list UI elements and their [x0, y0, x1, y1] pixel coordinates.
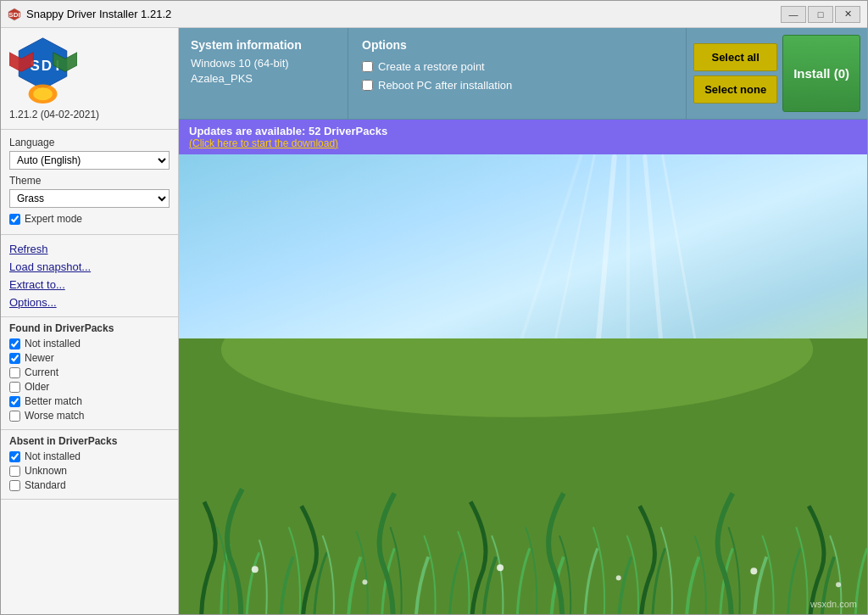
- filter-current-checkbox[interactable]: [9, 367, 20, 378]
- svg-point-12: [252, 566, 259, 573]
- update-banner-title: Updates are available: 52 DriverPacks: [189, 125, 857, 137]
- create-restore-label[interactable]: Create a restore point: [378, 60, 485, 73]
- options-label: Options: [362, 38, 672, 52]
- absent-standard-row: Standard: [9, 479, 170, 491]
- filter-older-label[interactable]: Older: [25, 381, 49, 393]
- filter-not-installed-row: Not installed: [9, 338, 170, 349]
- absent-in-driverpacks-section: Absent in DriverPacks Not installed Unkn…: [1, 430, 178, 500]
- svg-point-14: [497, 564, 504, 571]
- expert-mode-row: Expert mode: [9, 213, 170, 225]
- svg-point-15: [616, 575, 621, 580]
- filter-better-match-checkbox[interactable]: [9, 396, 20, 407]
- filter-not-installed-label[interactable]: Not installed: [25, 338, 81, 349]
- sidebar: S D I 1.21.2 (04-02-2021): [1, 28, 179, 614]
- close-button[interactable]: ✕: [835, 6, 860, 23]
- update-banner-link[interactable]: (Click here to start the download): [189, 137, 857, 149]
- filter-newer-label[interactable]: Newer: [25, 352, 54, 364]
- version-text: 1.21.2 (04-02-2021): [9, 109, 99, 120]
- options-panel: Options Create a restore point Reboot PC…: [348, 28, 687, 119]
- main-window: SDI Snappy Driver Installer 1.21.2 — □ ✕…: [0, 0, 868, 615]
- filter-better-match-label[interactable]: Better match: [25, 395, 82, 407]
- absent-not-installed-row: Not installed: [9, 450, 170, 462]
- absent-unknown-checkbox[interactable]: [9, 466, 20, 477]
- filter-worse-match-checkbox[interactable]: [9, 411, 20, 422]
- menu-section: Refresh Load snapshot... Extract to... O…: [1, 235, 178, 317]
- filter-worse-match-row: Worse match: [9, 410, 170, 422]
- svg-text:D: D: [42, 58, 52, 74]
- filter-not-installed-checkbox[interactable]: [9, 338, 20, 349]
- svg-point-17: [836, 582, 841, 587]
- expert-mode-checkbox[interactable]: [9, 214, 20, 225]
- absent-standard-label[interactable]: Standard: [25, 479, 66, 491]
- absent-unknown-label[interactable]: Unknown: [25, 465, 67, 477]
- create-restore-row: Create a restore point: [362, 60, 672, 73]
- language-label: Language: [9, 137, 170, 148]
- language-select[interactable]: Auto (English) English Russian German: [9, 151, 170, 170]
- system-info-label: System information: [191, 38, 336, 52]
- absent-in-driverpacks-title: Absent in DriverPacks: [9, 435, 170, 447]
- menu-item-load-snapshot[interactable]: Load snapshot...: [9, 258, 170, 276]
- system-info-panel: System information Windows 10 (64-bit) A…: [179, 28, 348, 119]
- theme-label: Theme: [9, 175, 170, 187]
- filter-older-checkbox[interactable]: [9, 382, 20, 393]
- filter-current-row: Current: [9, 366, 170, 378]
- svg-point-13: [362, 579, 367, 584]
- svg-point-16: [750, 567, 757, 574]
- reboot-row: Reboot PC after installation: [362, 79, 672, 92]
- menu-item-refresh[interactable]: Refresh: [9, 240, 170, 258]
- filter-current-label[interactable]: Current: [25, 366, 58, 378]
- action-buttons-panel: Select all Select none Install (0): [687, 28, 867, 119]
- filter-better-match-row: Better match: [9, 395, 170, 407]
- title-bar-title: Snappy Driver Installer 1.21.2: [26, 8, 171, 20]
- reboot-checkbox[interactable]: [362, 80, 373, 91]
- filter-older-row: Older: [9, 381, 170, 393]
- grass-background: [179, 338, 867, 614]
- toolbar: System information Windows 10 (64-bit) A…: [179, 28, 867, 120]
- title-bar-left: SDI Snappy Driver Installer 1.21.2: [8, 8, 171, 21]
- update-banner: Updates are available: 52 DriverPacks (C…: [179, 120, 867, 154]
- install-button[interactable]: Install (0): [782, 35, 860, 112]
- computer-name: Azalea_PKS: [191, 72, 336, 85]
- expert-mode-label[interactable]: Expert mode: [25, 213, 82, 225]
- svg-point-9: [33, 87, 53, 100]
- filter-newer-checkbox[interactable]: [9, 353, 20, 364]
- minimize-button[interactable]: —: [781, 6, 806, 23]
- create-restore-checkbox[interactable]: [362, 61, 373, 72]
- absent-not-installed-label[interactable]: Not installed: [25, 450, 81, 462]
- menu-item-options[interactable]: Options...: [9, 294, 170, 311]
- background-area: wsxdn.com: [179, 154, 867, 614]
- language-section: Language Auto (English) English Russian …: [1, 130, 178, 235]
- title-bar-controls: — □ ✕: [781, 6, 860, 23]
- reboot-label[interactable]: Reboot PC after installation: [378, 79, 512, 92]
- sdi-logo: S D I: [9, 36, 77, 107]
- watermark: wsxdn.com: [810, 599, 857, 609]
- select-none-button[interactable]: Select none: [693, 75, 777, 103]
- select-all-button[interactable]: Select all: [693, 43, 777, 71]
- logo-area: S D I 1.21.2 (04-02-2021): [1, 28, 178, 130]
- theme-select[interactable]: Grass Classic Dark: [9, 189, 170, 208]
- windows-version: Windows 10 (64-bit): [191, 57, 336, 70]
- found-in-driverpacks-title: Found in DriverPacks: [9, 322, 170, 334]
- select-buttons: Select all Select none: [693, 35, 777, 112]
- menu-item-extract-to[interactable]: Extract to...: [9, 276, 170, 294]
- maximize-button[interactable]: □: [808, 6, 833, 23]
- found-in-driverpacks-section: Found in DriverPacks Not installed Newer…: [1, 317, 178, 430]
- absent-not-installed-checkbox[interactable]: [9, 451, 20, 462]
- right-content: System information Windows 10 (64-bit) A…: [179, 28, 867, 614]
- main-content: S D I 1.21.2 (04-02-2021): [1, 28, 867, 614]
- app-icon: SDI: [8, 8, 21, 21]
- filter-worse-match-label[interactable]: Worse match: [25, 410, 84, 422]
- absent-unknown-row: Unknown: [9, 465, 170, 477]
- title-bar: SDI Snappy Driver Installer 1.21.2 — □ ✕: [1, 1, 867, 28]
- absent-standard-checkbox[interactable]: [9, 480, 20, 491]
- svg-text:SDI: SDI: [8, 11, 19, 19]
- filter-newer-row: Newer: [9, 352, 170, 364]
